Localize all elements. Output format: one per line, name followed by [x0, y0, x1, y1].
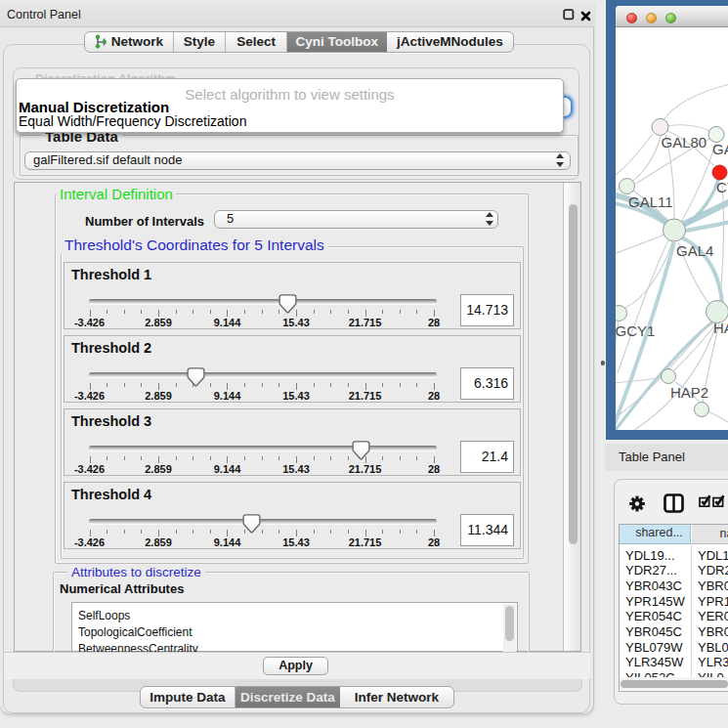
svg-text:GAL2: GAL2 [712, 141, 728, 157]
svg-text:GAL11: GAL11 [628, 193, 673, 210]
svg-text:GCY1: GCY1 [616, 322, 655, 339]
svg-text:GAL4: GAL4 [676, 242, 713, 259]
svg-text:HAP4: HAP4 [713, 320, 728, 336]
svg-text:GAL80: GAL80 [662, 134, 707, 150]
svg-text:HAP2: HAP2 [670, 384, 708, 401]
svg-text:CY: CY [716, 179, 728, 195]
